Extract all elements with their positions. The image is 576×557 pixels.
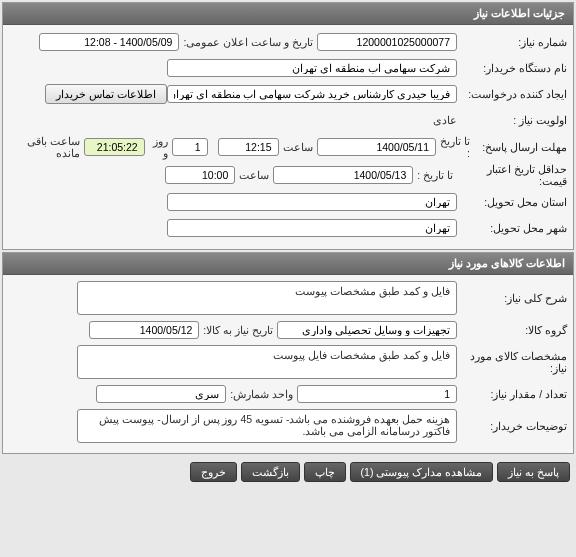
field-buyer-notes[interactable]: هزینه حمل بعهده فروشنده می باشد- تسویه 4…: [77, 409, 457, 443]
attachments-button[interactable]: مشاهده مدارک پیوستی (1): [350, 462, 494, 482]
field-hours-left[interactable]: [84, 138, 145, 156]
field-goods-spec[interactable]: فایل و كمد طبق مشخصات فایل پیوست: [77, 345, 457, 379]
need-info-panel: جزئیات اطلاعات نیاز شماره نیاز: تاریخ و …: [2, 2, 574, 250]
need-info-header: جزئیات اطلاعات نیاز: [3, 3, 573, 25]
label-time-1: ساعت: [279, 141, 317, 153]
label-to-date-2: تا تاریخ :: [413, 169, 457, 181]
field-qty[interactable]: [297, 385, 457, 403]
goods-info-header: اطلاعات کالاهای مورد نیاز: [3, 253, 573, 275]
label-announce-date: تاریخ و ساعت اعلان عمومی:: [179, 36, 317, 48]
label-goods-spec: مشخصات کالای مورد نياز:: [457, 350, 567, 374]
need-info-body: شماره نیاز: تاریخ و ساعت اعلان عمومی: نا…: [3, 25, 573, 249]
field-buyer-name[interactable]: [167, 59, 457, 77]
label-response-deadline: مهلت ارسال پاسخ:: [474, 141, 567, 153]
field-days-left[interactable]: [172, 138, 208, 156]
field-valid-date[interactable]: [273, 166, 413, 184]
back-button[interactable]: بازگشت: [241, 462, 300, 482]
label-buyer-name: نام دستگاه خریدار:: [457, 62, 567, 74]
field-general-desc[interactable]: فایل و کمد طبق مشخصات پیوست: [77, 281, 457, 315]
field-valid-time[interactable]: [165, 166, 235, 184]
label-general-desc: شرح کلی نیاز:: [457, 292, 567, 304]
print-button[interactable]: چاپ: [304, 462, 346, 482]
label-days-and: روز و: [145, 135, 172, 159]
exit-button[interactable]: خروج: [190, 462, 237, 482]
goods-info-panel: اطلاعات کالاهای مورد نیاز شرح کلی نیاز: …: [2, 252, 574, 454]
field-province[interactable]: [167, 193, 457, 211]
label-goods-group: گروه کالا:: [457, 324, 567, 336]
label-province: استان محل تحویل:: [457, 196, 567, 208]
buyer-contact-button[interactable]: اطلاعات تماس خریدار: [45, 84, 167, 104]
label-city: شهر محل تحویل:: [457, 222, 567, 234]
field-need-number[interactable]: [317, 33, 457, 51]
value-priority: عادی: [433, 114, 457, 127]
toolbar: پاسخ به نیاز مشاهده مدارک پیوستی (1) چاپ…: [0, 456, 576, 488]
label-requester: ایجاد کننده درخواست:: [457, 88, 567, 100]
label-hours-left: ساعت باقی مانده: [9, 135, 84, 159]
field-announce-date[interactable]: [39, 33, 179, 51]
field-resp-time[interactable]: [218, 138, 279, 156]
field-requester[interactable]: [167, 85, 457, 103]
respond-button[interactable]: پاسخ به نیاز: [497, 462, 570, 482]
label-need-date: تاریح نیاز به کالا:: [199, 324, 277, 336]
field-need-date[interactable]: [89, 321, 199, 339]
goods-info-body: شرح کلی نیاز: فایل و کمد طبق مشخصات پیوس…: [3, 275, 573, 453]
label-to-date-1: تا تاریخ :: [436, 135, 474, 159]
label-buyer-notes: توضیحات خریدار:: [457, 420, 567, 432]
label-price-validity: حداقل تاریخ اعتبار قیمت:: [457, 163, 567, 187]
field-city[interactable]: [167, 219, 457, 237]
field-resp-date[interactable]: [317, 138, 436, 156]
label-unit: واحد شمارش:: [226, 388, 297, 400]
label-qty: تعداد / مقدار نیاز:: [457, 388, 567, 400]
label-need-number: شماره نیاز:: [457, 36, 567, 48]
label-priority: اولویت نیاز :: [457, 114, 567, 126]
field-goods-group[interactable]: [277, 321, 457, 339]
field-unit[interactable]: [96, 385, 226, 403]
label-time-2: ساعت: [235, 169, 273, 181]
